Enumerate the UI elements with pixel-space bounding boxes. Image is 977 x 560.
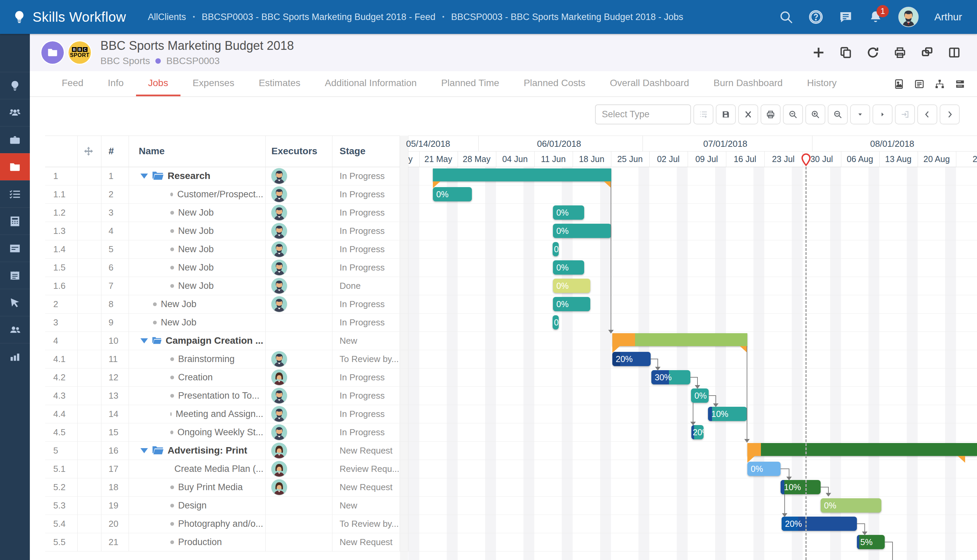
media-view-icon[interactable] xyxy=(893,78,904,90)
job-row[interactable]: 5.117Create Media Plan (...Review Requ..… xyxy=(0,460,977,478)
job-row[interactable]: 4.515Ongoing Weekly St...In Progress xyxy=(0,423,977,442)
breadcrumb-all-clients[interactable]: AllClients xyxy=(148,12,186,22)
gantt-bar[interactable]: 0% xyxy=(553,205,584,220)
job-row[interactable]: 1.67New JobDone xyxy=(0,277,977,295)
sidebar-item-tasks[interactable] xyxy=(0,180,30,207)
chev-left-button[interactable] xyxy=(917,104,937,124)
job-row[interactable]: 4.111BrainstormingTo Review by... xyxy=(0,350,977,368)
print-button[interactable] xyxy=(761,104,781,124)
zoom-in-button[interactable] xyxy=(805,104,825,124)
caret-down-button[interactable] xyxy=(850,104,870,124)
tree-view-icon[interactable] xyxy=(934,78,945,90)
chev-right-button[interactable] xyxy=(940,104,960,124)
windows-icon[interactable] xyxy=(921,46,934,59)
job-row[interactable]: 4.313Presentation to To...In Progress xyxy=(0,387,977,405)
row-name[interactable]: Design xyxy=(170,496,263,515)
executor-avatar[interactable] xyxy=(271,351,287,367)
refresh-icon[interactable] xyxy=(867,46,879,59)
client-name[interactable]: BBC Sports xyxy=(100,56,150,67)
row-name[interactable]: Meeting and Assign... xyxy=(170,405,263,423)
job-row[interactable]: 1.12Customer/Prospect...In Progress xyxy=(0,185,977,203)
job-row[interactable]: 1.45New JobIn Progress xyxy=(0,240,977,258)
row-name[interactable]: Photography and/o... xyxy=(170,515,263,533)
breadcrumb-project-jobs[interactable]: BBCSP0003 - BBC Sports Marketing Budget … xyxy=(451,12,683,22)
row-name[interactable]: Ongoing Weekly St... xyxy=(170,423,263,442)
sidebar-item-pointer[interactable] xyxy=(0,289,30,316)
row-name[interactable]: New Job xyxy=(153,313,263,332)
gantt-bar[interactable]: 10% xyxy=(781,480,821,494)
executor-avatar[interactable] xyxy=(271,260,287,275)
row-name[interactable]: New Job xyxy=(170,277,263,295)
tab-planned-time[interactable]: Planned Time xyxy=(429,71,511,96)
today-pin-icon[interactable] xyxy=(801,153,811,166)
tab-additional-information[interactable]: Additional Information xyxy=(313,71,429,96)
executor-avatar[interactable] xyxy=(271,187,287,202)
gantt-bar[interactable]: 20% xyxy=(691,425,703,439)
collapse-arrow-icon[interactable] xyxy=(140,448,148,453)
row-name[interactable]: Customer/Prospect... xyxy=(170,185,263,203)
gantt-summary-bar[interactable] xyxy=(433,168,611,182)
copy-icon[interactable] xyxy=(839,46,852,59)
help-icon[interactable] xyxy=(809,10,823,24)
tab-info[interactable]: Info xyxy=(96,71,136,96)
tab-feed[interactable]: Feed xyxy=(50,71,96,96)
row-name[interactable]: Creation xyxy=(170,368,263,387)
row-name[interactable]: New Job xyxy=(170,240,263,258)
executor-avatar[interactable] xyxy=(271,388,287,403)
search-icon[interactable] xyxy=(779,10,793,24)
add-icon[interactable] xyxy=(812,46,825,59)
executor-avatar[interactable] xyxy=(271,296,287,312)
gantt-bar[interactable]: 10% xyxy=(708,407,747,421)
tab-planned-costs[interactable]: Planned Costs xyxy=(511,71,598,96)
sidebar-item-projects[interactable] xyxy=(0,153,30,180)
executor-avatar[interactable] xyxy=(271,424,287,440)
gantt-bar[interactable]: 0% xyxy=(553,260,584,275)
executor-avatar[interactable] xyxy=(271,479,287,495)
chat-icon[interactable] xyxy=(838,10,853,24)
collapse-arrow-icon[interactable] xyxy=(140,338,148,343)
executor-avatar[interactable] xyxy=(271,168,287,184)
job-row[interactable]: 1.34New JobIn Progress xyxy=(0,222,977,240)
caret-right-button[interactable] xyxy=(872,104,892,124)
job-row[interactable]: 39New JobIn Progress xyxy=(0,313,977,332)
print-icon[interactable] xyxy=(893,46,907,59)
executor-avatar[interactable] xyxy=(271,406,287,422)
tab-overall-dashboard[interactable]: Overall Dashboard xyxy=(598,71,701,96)
gantt-bar[interactable]: 0% xyxy=(747,462,781,476)
executor-avatar[interactable] xyxy=(271,443,287,458)
select-type-dropdown[interactable]: Select Type xyxy=(595,104,691,124)
row-name[interactable]: New Job xyxy=(170,258,263,277)
breadcrumb-project-feed[interactable]: BBCSP0003 - BBC Sports Marketing Budget … xyxy=(202,12,436,22)
sidebar-item-notes[interactable] xyxy=(0,235,30,262)
row-name[interactable]: New Job xyxy=(153,295,263,313)
zoom-reset-button[interactable] xyxy=(828,104,848,124)
close-button[interactable] xyxy=(738,104,758,124)
executor-avatar[interactable] xyxy=(271,370,287,385)
gantt-bar[interactable]: 0% xyxy=(821,498,881,513)
rows-view-icon[interactable] xyxy=(955,78,965,90)
user-avatar[interactable] xyxy=(898,7,919,27)
row-name[interactable]: Production xyxy=(170,533,263,551)
tab-estimates[interactable]: Estimates xyxy=(247,71,313,96)
executor-avatar[interactable] xyxy=(271,278,287,293)
sidebar-item-ideas[interactable] xyxy=(0,72,30,99)
gantt-summary-bar[interactable] xyxy=(747,443,977,456)
row-name[interactable]: New Job xyxy=(170,222,263,240)
row-name[interactable]: Brainstorming xyxy=(170,350,263,368)
row-name[interactable]: Presentation to To... xyxy=(170,387,263,405)
gantt-bar[interactable]: 20% xyxy=(612,352,651,366)
gantt-bar[interactable]: 0% xyxy=(553,224,611,238)
sidebar-item-estimates[interactable] xyxy=(0,207,30,235)
job-row[interactable]: 410Campaign Creation ...New xyxy=(0,332,977,350)
app-logo[interactable]: Skills Workflow xyxy=(12,10,126,25)
columns-icon[interactable] xyxy=(948,46,961,59)
gantt-bar[interactable]: 0% xyxy=(691,388,709,403)
gantt-bar[interactable]: 30% xyxy=(651,370,690,384)
gantt-bar[interactable]: 0% xyxy=(553,297,590,311)
job-row[interactable]: 1.56New JobIn Progress xyxy=(0,258,977,277)
tab-expenses[interactable]: Expenses xyxy=(180,71,247,96)
job-row[interactable]: 28New JobIn Progress xyxy=(0,295,977,313)
row-name[interactable]: Advertising: Print xyxy=(140,442,263,460)
gantt-bar[interactable]: 0% xyxy=(553,315,559,330)
row-name[interactable]: Research xyxy=(140,167,263,185)
